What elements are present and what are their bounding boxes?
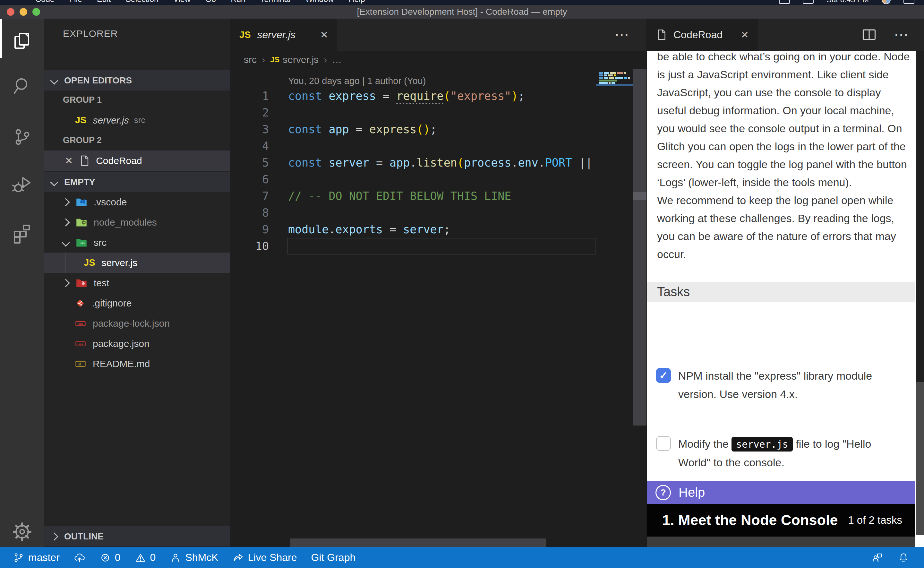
status-bar: master00ShMcKLive ShareGit Graph: [0, 547, 924, 568]
line-number: 10: [231, 238, 269, 254]
webview-scrollbar-thumb[interactable]: [916, 51, 924, 382]
tree-item-readme-md[interactable]: M↓README.md: [44, 353, 231, 374]
code-line-8[interactable]: 8: [231, 204, 647, 221]
open-editor-item-server-js[interactable]: JSserver.jssrc: [44, 110, 231, 130]
webview-scrollbar-track[interactable]: [916, 382, 924, 535]
close-tab-icon[interactable]: ✕: [320, 29, 328, 41]
chevron-right-icon: [62, 218, 69, 226]
close-editor-icon[interactable]: ✕: [65, 155, 73, 166]
settings-gear-icon[interactable]: [0, 511, 44, 552]
menu-item-help[interactable]: Help: [348, 0, 365, 4]
activity-bar: [0, 19, 44, 547]
statusbar-item-live-share[interactable]: Live Share: [233, 551, 297, 563]
menu-item-file[interactable]: File: [69, 0, 82, 4]
task-checkbox-unchecked[interactable]: [656, 436, 671, 451]
statusbar-item-cloud-upload[interactable]: [74, 552, 85, 563]
tree-item-test[interactable]: test: [44, 273, 231, 293]
menu-item-run[interactable]: Run: [231, 0, 246, 4]
code-line-9[interactable]: 9module.exports = server;: [231, 221, 647, 238]
source-control-icon[interactable]: [0, 116, 44, 157]
tab-server-js[interactable]: JS server.js ✕: [231, 19, 337, 51]
panel-actions-ellipsis-icon[interactable]: ⋯: [894, 28, 910, 41]
section-header-outline[interactable]: OUTLINE: [44, 526, 231, 547]
breadcrumb-item[interactable]: JS server.js: [270, 54, 319, 65]
code-line-6[interactable]: 6: [231, 171, 647, 188]
code-line-5[interactable]: 5const server = app.listen(process.env.P…: [231, 154, 647, 171]
code-line-4[interactable]: 4: [231, 137, 647, 154]
tree-item-label: .gitignore: [92, 298, 131, 309]
menu-item-edit[interactable]: Edit: [97, 0, 111, 4]
breadcrumb-item[interactable]: src: [244, 54, 257, 65]
folder-root-header[interactable]: EMPTY: [44, 172, 231, 192]
lesson-footer[interactable]: 1. Meet the Node Console 1 of 2 tasks: [647, 504, 915, 536]
menubar-status-icon[interactable]: [803, 0, 814, 4]
statusbar-item-master[interactable]: master: [13, 551, 60, 563]
statusbar-bell-icon[interactable]: [898, 552, 909, 563]
tree-item-package-json[interactable]: npmpackage.json: [44, 334, 231, 353]
control-center-icon[interactable]: [903, 0, 914, 4]
code-line-10[interactable]: 10: [231, 238, 647, 254]
editor-actions-ellipsis-icon[interactable]: ⋯: [614, 28, 630, 41]
menubar-status-icon[interactable]: [779, 0, 790, 4]
chevron-right-icon: [62, 198, 69, 206]
coderoad-tab-bar: CodeRoad ✕ ⋯: [647, 19, 924, 51]
code-line-2[interactable]: 2: [231, 104, 647, 121]
run-debug-icon[interactable]: [0, 164, 44, 205]
help-question-icon: ?: [656, 485, 671, 500]
folder-test-icon: [76, 278, 87, 289]
split-editor-icon[interactable]: [862, 29, 876, 41]
code-line-1[interactable]: 1const express = require("express");: [231, 88, 647, 104]
svg-text:JS: JS: [83, 221, 85, 224]
tab-coderoad[interactable]: CodeRoad ✕: [647, 19, 758, 51]
statusbar-item-0[interactable]: 0: [135, 551, 156, 563]
codelens-annotation[interactable]: You, 20 days ago | 1 author (You): [288, 76, 426, 86]
code-line-3[interactable]: 3const app = express();: [231, 121, 647, 137]
menu-item-selection[interactable]: Selection: [125, 0, 158, 4]
siri-icon[interactable]: [882, 0, 891, 4]
file-icon: [656, 29, 667, 41]
menu-item-terminal[interactable]: Terminal: [260, 0, 290, 4]
tree-item--gitignore[interactable]: .gitignore: [44, 293, 231, 313]
line-number: 9: [231, 221, 269, 238]
breadcrumb[interactable]: src›JS server.js›…: [231, 51, 647, 69]
open-editor-label: server.js: [93, 115, 129, 126]
breadcrumb-item[interactable]: …: [332, 54, 342, 65]
tree-item-src[interactable]: </>src: [44, 232, 231, 252]
horizontal-scrollbar-thumb[interactable]: [290, 538, 546, 547]
explorer-icon[interactable]: [0, 21, 44, 62]
help-bar[interactable]: ? Help: [647, 481, 915, 504]
statusbar-feedback-icon[interactable]: [871, 552, 883, 563]
task-checkbox-checked[interactable]: ✓: [656, 368, 671, 383]
menu-item-go[interactable]: Go: [205, 0, 216, 4]
help-label: Help: [678, 485, 705, 500]
tree-item-server-js[interactable]: JSserver.js: [44, 252, 231, 273]
code-line-7[interactable]: 7// -- DO NOT EDIT BELOW THIS LINE: [231, 188, 647, 204]
menu-item-window[interactable]: Window: [305, 0, 334, 4]
open-editors-header[interactable]: OPEN EDITORS: [44, 70, 231, 91]
editor-scrollbar-thumb[interactable]: [633, 192, 647, 200]
extensions-icon[interactable]: [0, 213, 44, 254]
menubar-status-area: Sat 6:43 PM: [779, 0, 914, 4]
minimap[interactable]: [596, 72, 633, 94]
open-editor-item-coderoad[interactable]: ✕CodeRoad: [44, 151, 231, 171]
tree-item-label: package-lock.json: [93, 318, 170, 329]
editor-scrollbar-track[interactable]: [633, 69, 647, 426]
js-file-icon: JS: [75, 115, 86, 125]
menu-item-code[interactable]: Code: [35, 0, 54, 4]
macos-menu-bar: CodeFileEditSelectionViewGoRunTerminalWi…: [0, 0, 924, 5]
window-title-bar[interactable]: [Extension Development Host] - CodeRoad …: [0, 5, 924, 19]
tree-item--vscode[interactable]: .vscode: [44, 192, 231, 212]
window-title: [Extension Development Host] - CodeRoad …: [0, 5, 924, 19]
code-editor[interactable]: You, 20 days ago | 1 author (You) 1const…: [231, 69, 647, 547]
statusbar-item-git-graph[interactable]: Git Graph: [311, 551, 356, 563]
menu-item-view[interactable]: View: [173, 0, 191, 4]
search-icon[interactable]: [0, 65, 44, 107]
tree-item-package-lock-json[interactable]: npmpackage-lock.json: [44, 313, 231, 334]
statusbar-item-shmck[interactable]: ShMcK: [170, 551, 218, 563]
statusbar-item-0[interactable]: 0: [99, 551, 121, 563]
svg-text:</>: </>: [80, 241, 85, 245]
close-tab-icon[interactable]: ✕: [741, 29, 749, 41]
statusbar-item-label: ShMcK: [185, 551, 218, 563]
sidebar-title: EXPLORER: [63, 28, 118, 39]
tree-item-node_modules[interactable]: JSnode_modules: [44, 212, 231, 232]
